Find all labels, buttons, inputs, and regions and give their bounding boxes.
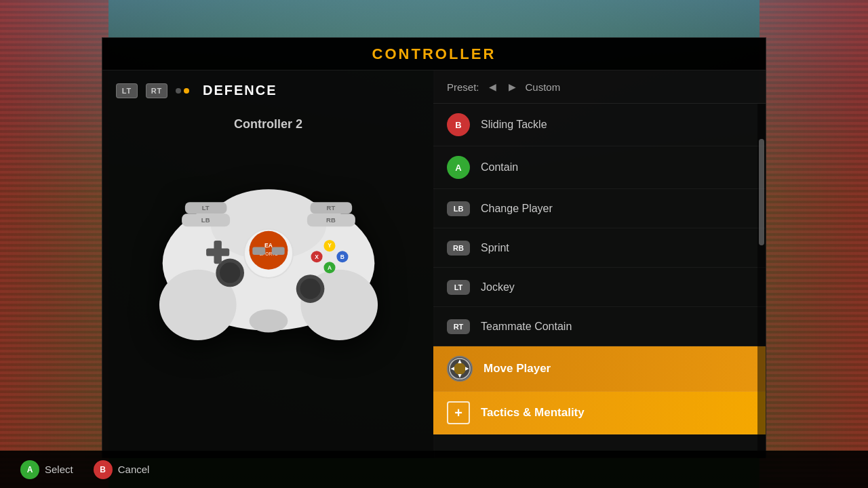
mapping-label-jockey: Jockey (481, 281, 515, 293)
controller-svg: EA SPORTS Y B X (146, 159, 391, 348)
svg-text:Y: Y (328, 242, 332, 249)
left-panel: LT RT DEFENCE Controller 2 (102, 70, 435, 458)
preset-label: Preset: (447, 81, 479, 93)
mapping-label-change-player: Change Player (481, 203, 553, 215)
lb-button-icon: LB (447, 201, 470, 216)
mapping-label-tactics-mentality: Tactics & Mentality (481, 406, 585, 420)
list-item[interactable]: LB Change Player (433, 189, 766, 228)
select-label: Select (45, 464, 73, 475)
svg-rect-27 (271, 247, 284, 255)
svg-point-34 (454, 363, 466, 375)
list-item[interactable]: RB Sprint (433, 228, 766, 268)
svg-point-28 (249, 309, 288, 332)
svg-text:X: X (315, 253, 319, 260)
page-dots (176, 88, 189, 94)
svg-text:LB: LB (201, 216, 210, 224)
list-item-move-player[interactable]: Move Player (433, 346, 766, 392)
panel-title: CONTROLLER (372, 45, 496, 63)
list-item-tactics-mentality[interactable]: + Tactics & Mentality (433, 392, 766, 434)
dot-2 (184, 88, 189, 94)
preset-prev-arrow[interactable]: ◀ (486, 80, 499, 94)
b-button-icon: B (447, 113, 470, 136)
svg-text:LT: LT (201, 204, 209, 211)
preset-bar: Preset: ◀ ▶ Custom (433, 70, 766, 104)
svg-text:B: B (340, 253, 344, 260)
rt-badge: RT (146, 83, 167, 98)
right-panel: Preset: ◀ ▶ Custom B Sliding Tackle A Co… (433, 70, 766, 458)
controller-display: EA SPORTS Y B X (140, 145, 397, 362)
list-item[interactable]: B Sliding Tackle (433, 104, 766, 146)
title-bar: CONTROLLER (102, 38, 766, 70)
svg-marker-35 (458, 360, 461, 363)
bottom-bar: A Select B Cancel (0, 451, 868, 488)
stands-left (0, 0, 108, 488)
stands-right (760, 0, 868, 488)
svg-text:A: A (327, 264, 331, 271)
list-item[interactable]: A Contain (433, 146, 766, 189)
svg-text:RB: RB (326, 216, 336, 224)
svg-text:EA: EA (264, 242, 273, 249)
svg-text:RT: RT (326, 204, 335, 211)
mapping-list: B Sliding Tackle A Contain LB Change Pla… (433, 104, 766, 458)
main-panel: CONTROLLER LT RT DEFENCE Controller 2 (102, 37, 766, 458)
scrollbar-thumb[interactable] (759, 139, 764, 245)
select-a-button: A (20, 460, 39, 479)
mapping-label-sliding-tackle: Sliding Tackle (481, 119, 547, 131)
list-item[interactable]: LT Jockey (433, 268, 766, 307)
ls-button-icon (447, 356, 473, 382)
lt-button-icon: LT (447, 280, 470, 295)
cancel-action: B Cancel (94, 460, 150, 479)
cancel-b-button: B (94, 460, 113, 479)
preset-next-arrow[interactable]: ▶ (506, 80, 519, 94)
rt-button-icon: RT (447, 319, 470, 334)
rb-button-icon: RB (447, 241, 470, 256)
lt-badge: LT (116, 83, 138, 98)
defence-header: LT RT DEFENCE (102, 70, 434, 110)
svg-point-11 (300, 279, 320, 299)
cancel-label: Cancel (118, 464, 150, 475)
mapping-label-contain: Contain (481, 161, 518, 174)
a-button-icon: A (447, 156, 470, 179)
svg-rect-13 (206, 248, 229, 256)
controller-name: Controller 2 (234, 117, 302, 131)
mapping-label-sprint: Sprint (481, 242, 509, 254)
plus-button-icon: + (447, 401, 470, 424)
mapping-label-teammate-contain: Teammate Contain (481, 321, 572, 333)
scrollbar[interactable] (757, 104, 766, 458)
preset-value: Custom (526, 81, 561, 93)
svg-marker-38 (465, 367, 469, 370)
list-item[interactable]: RT Teammate Contain (433, 307, 766, 346)
svg-marker-36 (458, 374, 461, 378)
svg-marker-37 (451, 367, 454, 370)
mapping-label-move-player: Move Player (484, 362, 551, 375)
select-action: A Select (20, 460, 73, 479)
dot-1 (176, 88, 181, 94)
section-label: DEFENCE (203, 83, 277, 98)
svg-rect-26 (252, 247, 265, 255)
svg-point-9 (220, 262, 240, 283)
